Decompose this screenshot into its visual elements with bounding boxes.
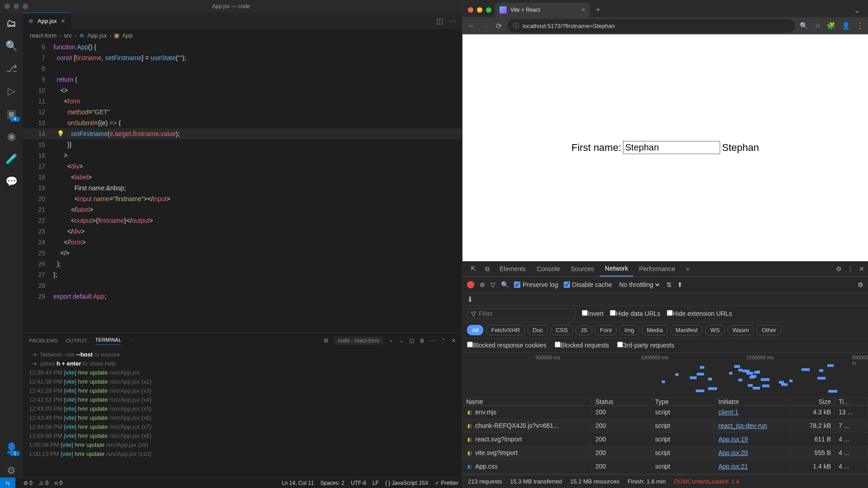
- col-status[interactable]: Status: [592, 398, 651, 405]
- breadcrumb-seg[interactable]: App.jsx: [87, 32, 107, 39]
- status-errors[interactable]: ⊘ 0: [24, 480, 33, 486]
- code-line[interactable]: 23 </div>: [23, 226, 462, 237]
- bookmark-star-icon[interactable]: ☆: [815, 22, 821, 30]
- type-filter-chip[interactable]: JS: [576, 325, 592, 335]
- profile-icon[interactable]: 👤: [842, 22, 850, 30]
- window-max-dot[interactable]: [23, 4, 28, 9]
- code-line[interactable]: 26 );: [23, 258, 462, 269]
- code-line[interactable]: 25 </>: [23, 248, 462, 258]
- code-line[interactable]: 18 <label>: [23, 172, 462, 183]
- col-time[interactable]: Ti...: [835, 398, 868, 405]
- filter-input[interactable]: ▽Filter: [467, 308, 576, 319]
- reload-button[interactable]: ⟳: [494, 22, 503, 30]
- code-editor[interactable]: 6function App() {7 const [firstname, set…: [23, 42, 462, 333]
- code-line[interactable]: 15 }}: [23, 139, 462, 150]
- device-toggle-icon[interactable]: ⧉: [481, 262, 494, 277]
- chat-icon[interactable]: 💬: [5, 175, 18, 188]
- type-filter-chip[interactable]: Img: [619, 325, 639, 335]
- tab-performance[interactable]: Performance: [633, 262, 680, 277]
- table-row[interactable]: ◧chunk-REFQX4J5.js?v=661...200scriptreac…: [462, 419, 868, 433]
- browser-tab[interactable]: Vite + React ✕: [495, 3, 590, 17]
- chevron-down-icon[interactable]: ⌄: [399, 338, 404, 344]
- table-row[interactable]: ◧App.css200scriptApp.jsx:211.4 kB4 ...: [462, 460, 868, 474]
- settings-gear-icon[interactable]: ⚙: [836, 265, 842, 272]
- tab-elements[interactable]: Elements: [494, 262, 531, 277]
- type-filter-chip[interactable]: Doc: [528, 325, 548, 335]
- status-prettier[interactable]: ✓ Prettier: [435, 480, 458, 486]
- code-line[interactable]: 24 </form>: [23, 237, 462, 248]
- col-name[interactable]: Name: [462, 398, 592, 405]
- tab-more-icon[interactable]: ⋯: [130, 338, 135, 344]
- firstname-input[interactable]: [623, 141, 720, 154]
- record-button[interactable]: [467, 281, 474, 288]
- editor-tab[interactable]: ⚛ App.jsx ✕: [23, 13, 71, 29]
- status-warnings[interactable]: ⚠ 0: [39, 480, 48, 486]
- new-tab-button[interactable]: ＋: [590, 5, 606, 17]
- menu-icon[interactable]: ⋮: [857, 22, 863, 30]
- code-line[interactable]: 20 <input name="firstname"></input>: [23, 193, 462, 204]
- tab-network[interactable]: Network: [599, 262, 633, 277]
- run-debug-icon[interactable]: ▷: [5, 85, 18, 98]
- terminal-name[interactable]: node - react-form: [334, 337, 383, 345]
- remote-icon[interactable]: ◉: [5, 130, 18, 143]
- settings-gear-icon[interactable]: ⚙: [858, 281, 863, 288]
- chevron-down-icon[interactable]: ⌄: [849, 6, 864, 17]
- settings-gear-icon[interactable]: ⚙: [5, 465, 18, 477]
- window-close-dot[interactable]: [468, 7, 473, 13]
- tab-console[interactable]: Console: [531, 262, 565, 277]
- network-conditions-icon[interactable]: ⇅: [666, 281, 672, 288]
- tab-output[interactable]: OUTPUT: [66, 338, 87, 343]
- zoom-icon[interactable]: 🔍: [800, 22, 808, 30]
- code-line[interactable]: 10 <>: [23, 85, 462, 96]
- download-icon[interactable]: ⬇: [467, 296, 473, 303]
- filter-toggle-icon[interactable]: ▽: [491, 281, 495, 288]
- blocked-resp-checkbox[interactable]: Blocked response cookies: [467, 342, 547, 349]
- window-min-dot[interactable]: [14, 4, 19, 9]
- code-line[interactable]: 22 <output>{firstname}</output>: [23, 215, 462, 226]
- close-devtools-icon[interactable]: ✕: [859, 265, 864, 272]
- code-line[interactable]: 12 method="GET": [23, 107, 462, 117]
- code-line[interactable]: 13 onSubmit={(e) => {: [23, 117, 462, 128]
- more-icon[interactable]: ⋮: [847, 265, 854, 272]
- back-button[interactable]: ←: [467, 22, 476, 30]
- col-initiator[interactable]: Initiator: [715, 398, 790, 405]
- explorer-icon[interactable]: 🗂: [5, 17, 18, 30]
- window-max-dot[interactable]: [486, 7, 491, 13]
- preserve-log-checkbox[interactable]: Preserve log: [514, 281, 558, 288]
- code-line[interactable]: 17 <div>: [23, 161, 462, 172]
- code-line[interactable]: 19 First name:&nbsp;: [23, 183, 462, 193]
- code-line[interactable]: 8: [23, 63, 462, 74]
- extensions-puzzle-icon[interactable]: 🧩: [827, 22, 835, 30]
- type-filter-chip[interactable]: WS: [705, 325, 725, 335]
- throttling-select[interactable]: No throttling: [618, 281, 661, 289]
- import-icon[interactable]: ⬆: [677, 281, 683, 288]
- type-filter-chip[interactable]: Manifest: [670, 325, 703, 335]
- extensions-icon[interactable]: ▣: [5, 108, 18, 120]
- table-row[interactable]: ◧react.svg?import200scriptApp.jsx:19611 …: [462, 433, 868, 446]
- third-party-checkbox[interactable]: 3rd-party requests: [617, 342, 675, 349]
- window-close-dot[interactable]: [5, 4, 10, 9]
- status-lang[interactable]: { } JavaScript JSX: [385, 480, 429, 486]
- breadcrumb-seg[interactable]: src: [64, 32, 72, 39]
- code-line[interactable]: 14 setFirstname(e.target.firstname.value…: [23, 128, 462, 139]
- code-line[interactable]: 28: [23, 280, 462, 291]
- code-line[interactable]: 21 </label>: [23, 204, 462, 215]
- table-row[interactable]: ◧env.mjs200scriptclient:14.3 kB13 ...: [462, 406, 868, 419]
- type-filter-chip[interactable]: CSS: [551, 325, 573, 335]
- trash-icon[interactable]: 🗑: [420, 338, 425, 344]
- remote-indicator-icon[interactable]: ⇆: [0, 478, 15, 488]
- status-cursor[interactable]: Ln 14, Col 11: [282, 480, 314, 486]
- status-spaces[interactable]: Spaces: 2: [321, 480, 344, 486]
- terminal-output[interactable]: ➜ Network: use --host to expose ➜ press …: [23, 348, 462, 477]
- tab-terminal[interactable]: TERMINAL: [95, 337, 122, 345]
- site-info-icon[interactable]: ⓘ: [513, 22, 519, 30]
- table-header[interactable]: Name Status Type Initiator Size Ti...: [462, 398, 868, 406]
- status-encoding[interactable]: UTF-8: [351, 480, 366, 486]
- blocked-req-checkbox[interactable]: Blocked requests: [555, 342, 609, 349]
- hide-data-urls-checkbox[interactable]: Hide data URLs: [610, 310, 660, 317]
- split-terminal-icon[interactable]: ◫: [409, 338, 414, 344]
- clear-icon[interactable]: ⊘: [480, 281, 485, 288]
- inspect-icon[interactable]: ⇱: [466, 262, 481, 277]
- chevron-up-icon[interactable]: ⌃: [441, 338, 446, 344]
- network-timeline[interactable]: 500000 ms1000000 ms1500000 ms2000000 m: [462, 353, 868, 398]
